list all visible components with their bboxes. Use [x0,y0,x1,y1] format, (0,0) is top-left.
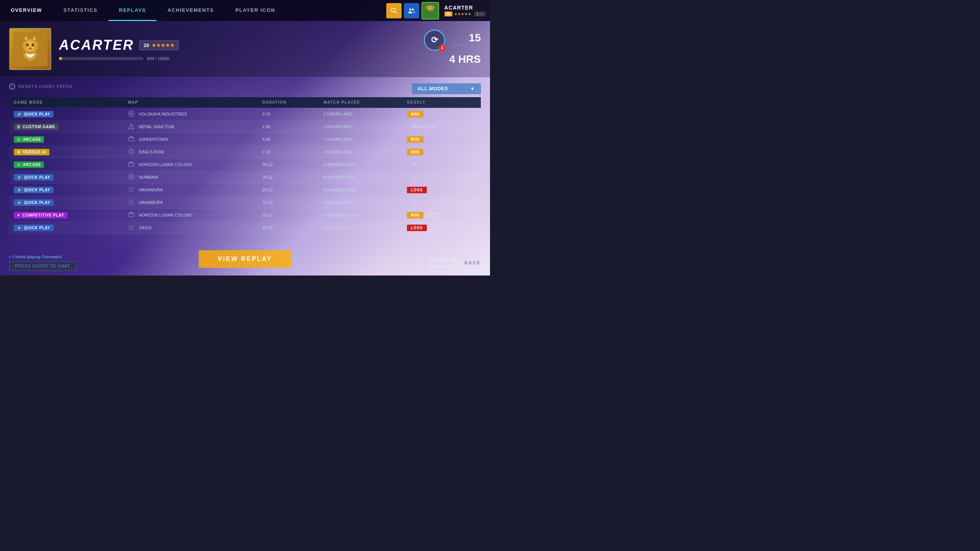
map-name: OASIS [139,225,152,230]
match-played-cell: A MOMENT AGO [319,171,402,184]
col-map: MAP [123,97,258,108]
profile-level-badge: 20 ★★★★★ [139,41,178,50]
match-played-cell: A MOMENT AGO [319,158,402,171]
user-name: ACARTER [444,5,485,11]
tab-statistics[interactable]: STATISTICS [53,0,108,21]
map-cell: NUMBANI [123,171,258,184]
tab-player-icon[interactable]: PLAYER ICON [225,0,286,21]
top-navigation: OVERVIEW STATISTICS REPLAYS ACHIEVEMENTS… [0,0,490,21]
map-icon [128,161,136,168]
stat-circle: ⟳ [424,29,445,51]
table-row[interactable]: ⬡ ARCADE JUNKERTOWN 4:26 2 HOURS AGO WIN [9,133,481,146]
nav-right: ACARTER 20 ★★★★★ 1 ☆ [386,0,490,21]
result-cell: WIN1 - 0 [402,209,481,222]
result-badge: WIN [407,136,423,143]
match-played-cell: A MOMENT AGO [319,184,402,196]
mode-cell: ✦ COMPETITIVE PLAY [9,209,123,222]
svg-point-2 [409,8,411,10]
table-row[interactable]: ⚡ QUICK PLAY HANAMURA 29:12 A MOMENT AGO… [9,184,481,196]
col-match-played: MATCH PLAYED [319,97,402,108]
mode-icon: ⬡ [17,137,21,142]
xp-bar-track [59,57,143,60]
table-row[interactable]: ⚡ QUICK PLAY VOLSKAYA INDUSTRIES 0:10 2 … [9,108,481,121]
map-cell: VOLSKAYA INDUSTRIES [123,108,258,121]
svg-point-32 [129,149,134,154]
svg-line-1 [395,11,397,13]
svg-marker-38 [129,199,134,205]
mode-cell: ⚡ QUICK PLAY [9,108,123,121]
rank-level: 20 [444,11,452,16]
result-cell: TIE [402,158,481,171]
mode-badge: ⚡ QUICK PLAY [14,187,54,193]
mode-badge: ⚡ QUICK PLAY [14,174,54,181]
table-row[interactable]: ⚡ QUICK PLAY OASIS 29:12 A MOMENT AGO LO… [9,222,481,234]
mode-badge: ⬡ ARCADE [14,136,44,143]
result-badge: WIN [407,111,423,117]
match-played-cell: 2 HOURS AGO [319,108,402,121]
profile-header: ACARTER 20 ★★★★★ 699 / 18500 ⟳ 15 GAMES … [0,21,490,77]
match-played-cell: A MOMENT AGO [319,222,402,234]
profile-info: ACARTER 20 ★★★★★ 699 / 18500 [59,37,416,61]
mode-cell: ⬡ ARCADE [9,133,123,146]
back-label[interactable]: BACK [464,260,481,266]
rank-stars: ★★★★★ [454,12,471,16]
match-played-cell: A MOMENT AGO [319,209,402,222]
stat-circle-icon: ⟳ [431,35,438,45]
table-row[interactable]: ⚡ QUICK PLAY HANAMURA 29:12 A MOMENT AGO… [9,196,481,209]
result-cell: LOSS [402,184,481,196]
match-played-cell: 2 HOURS AGO [319,146,402,158]
games-won-label: GAMES WON [451,43,481,47]
chevron-down-icon: ▼ [470,86,475,91]
svg-point-0 [391,8,395,12]
col-game-mode: GAME MODE [9,97,123,108]
result-badge: LOSS [407,225,426,231]
rank-badge: 1 ☆ [474,11,485,16]
map-cell: NEPAL SANCTUM [123,121,258,133]
table-row[interactable]: ⚡ QUICK PLAY NUMBANI 29:12 A MOMENT AGO … [9,171,481,184]
map-cell: HANAMURA [123,184,258,196]
match-played-cell: 2 HOURS AGO [319,133,402,146]
match-played-cell: A MOMENT AGO [319,196,402,209]
table-row[interactable]: ⚙ VERSUS AI KING'S ROW 7:18 2 HOURS AGO … [9,146,481,158]
map-name: HORIZON LUNAR COLONY [139,213,193,217]
svg-marker-37 [129,187,134,192]
svg-point-18 [33,44,34,45]
tab-achievements[interactable]: ACHIEVEMENTS [157,0,224,21]
mode-icon: ⚡ [17,112,22,116]
tab-replays[interactable]: REPLAYS [108,0,157,21]
table-row[interactable]: ☰ CUSTOM GAME NEPAL SANCTUM 1:05 2 HOURS… [9,121,481,133]
mode-icon: ⚡ [17,188,22,192]
view-replay-button[interactable]: VIEW REPLAY [199,250,291,268]
map-icon [128,148,136,156]
friends-icon-btn[interactable] [404,3,419,18]
bottom-bar: • 1 friend playing Overwatch. PRESS ENTE… [0,250,490,276]
escape-key[interactable]: ESCAPE [430,259,458,267]
map-icon [128,211,136,219]
tab-overview[interactable]: OVERVIEW [0,0,53,21]
result-badge: TIE [407,161,422,168]
table-body: ⚡ QUICK PLAY VOLSKAYA INDUSTRIES 0:10 2 … [9,108,481,234]
mode-badge: ✦ COMPETITIVE PLAY [14,212,67,218]
time-played-stat: 4 HRS TIME PLAYED [449,54,481,69]
map-icon [128,123,136,130]
map-name: JUNKERTOWN [139,137,168,142]
mode-icon: ✦ [17,213,20,217]
duration-cell: 1:05 [258,121,319,133]
table-row[interactable]: ✦ COMPETITIVE PLAY HORIZON LUNAR COLONY … [9,209,481,222]
press-enter-button[interactable]: PRESS ENTER TO CHAT [9,261,76,271]
score-badge: 1 - 0 [426,212,440,218]
svg-point-8 [431,7,432,8]
duration-cell: 4:26 [258,133,319,146]
table-row[interactable]: ⬡ ARCADE HORIZON LUNAR COLONY 29:12 A MO… [9,158,481,171]
mode-cell: ⬡ ARCADE [9,158,123,171]
map-name: HANAMURA [139,187,163,192]
user-avatar-nav[interactable] [421,2,439,20]
mode-badge: ⚙ VERSUS AI [14,149,49,155]
mode-filter-dropdown[interactable]: ALL MODES ▼ [412,83,481,94]
map-name: NUMBANI [139,175,158,179]
search-icon-btn[interactable] [386,3,402,18]
result-badge: WIN [407,149,423,155]
mode-cell: ⚡ QUICK PLAY [9,171,123,184]
xp-bar-fill [59,57,62,60]
main-content: ! RESETS EVERY PATCH ALL MODES ▼ GAME MO… [0,77,490,240]
